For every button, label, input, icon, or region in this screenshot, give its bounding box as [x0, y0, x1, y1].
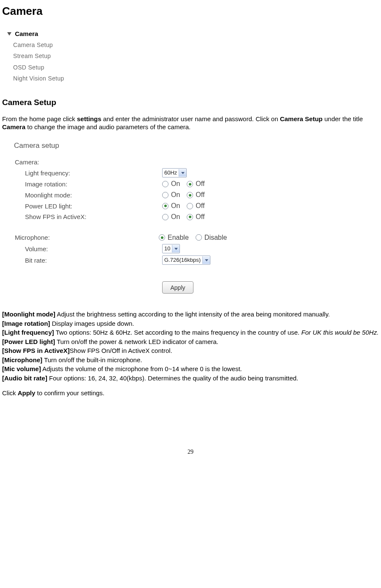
menu-item-osd-setup[interactable]: OSD Setup: [13, 64, 92, 71]
moonlight-off-radio[interactable]: [187, 192, 193, 198]
camera-setup-panel: Camera setup Camera: Light frequency: 60…: [7, 136, 290, 301]
moonlight-mode-label: Moonlight mode:: [14, 191, 162, 200]
menu-item-night-vision-setup[interactable]: Night Vision Setup: [13, 75, 92, 82]
moonlight-on-radio[interactable]: [162, 192, 168, 198]
camera-section-label: Camera:: [14, 158, 159, 166]
image-rotation-label: Image rotation:: [14, 180, 162, 189]
bitrate-label: Bit rate:: [14, 256, 162, 265]
show-fps-label: Show FPS in ActiveX:: [14, 213, 162, 221]
definitions: [Moonlight mode] Adjust the brightness s…: [2, 310, 379, 382]
volume-value: 10: [164, 245, 170, 252]
light-frequency-label: Light frequency:: [14, 169, 162, 178]
menu-item-camera-setup[interactable]: Camera Setup: [13, 41, 92, 49]
bitrate-value: G.726(16kbps): [164, 257, 201, 264]
show-fps-off-radio[interactable]: [187, 214, 193, 220]
image-rotation-on-radio[interactable]: [162, 181, 168, 187]
panel-title: Camera setup: [14, 141, 285, 150]
power-led-off-radio[interactable]: [187, 203, 193, 209]
power-led-label: Power LED light:: [14, 202, 162, 211]
chevron-down-icon: [179, 169, 186, 177]
menu-item-stream-setup[interactable]: Stream Setup: [13, 52, 92, 60]
bitrate-select[interactable]: G.726(16kbps): [162, 255, 210, 265]
show-fps-on-radio[interactable]: [162, 214, 168, 220]
microphone-enable-radio[interactable]: [159, 234, 165, 241]
intro-paragraph: From the home page click settings and en…: [2, 115, 379, 131]
microphone-section-label: Microphone:: [14, 233, 159, 242]
page-title: Camera: [2, 4, 379, 19]
section-title-camera-setup: Camera Setup: [2, 97, 379, 108]
page-number: 29: [2, 448, 379, 456]
chevron-down-icon: [7, 32, 11, 36]
volume-select[interactable]: 10: [162, 244, 180, 253]
apply-button[interactable]: Apply: [162, 281, 193, 294]
image-rotation-off-radio[interactable]: [187, 181, 193, 187]
light-frequency-select[interactable]: 60Hz: [162, 168, 187, 178]
power-led-on-radio[interactable]: [162, 203, 168, 209]
menu-header: Camera: [7, 30, 92, 38]
chevron-down-icon: [202, 256, 210, 264]
camera-menu: Camera Camera Setup Stream Setup OSD Set…: [2, 25, 97, 90]
chevron-down-icon: [172, 245, 179, 252]
microphone-disable-radio[interactable]: [196, 234, 202, 241]
volume-label: Volume:: [14, 245, 162, 253]
menu-header-label: Camera: [15, 30, 38, 37]
tail-paragraph: Click Apply to confirm your settings.: [2, 389, 379, 397]
light-frequency-value: 60Hz: [164, 169, 177, 177]
